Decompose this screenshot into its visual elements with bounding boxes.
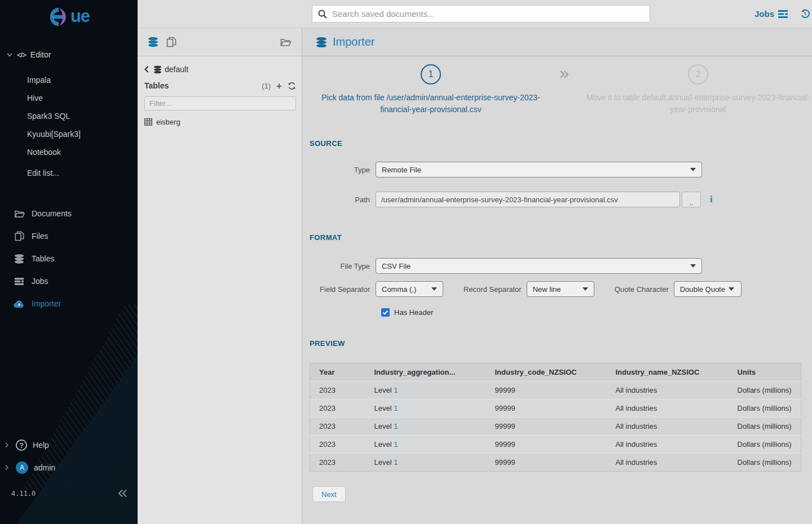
table-cell: Dollars (millions) (729, 436, 801, 454)
step-1-text: Pick data from file /user/admin/annual-e… (312, 92, 549, 116)
sidebar-item-files[interactable]: Files (0, 225, 138, 247)
table-row: 2023 Level 1 99999 All industries Dollar… (310, 399, 801, 418)
table-cell: 2023 (310, 381, 365, 399)
importer-page: Importer 1 Pick data from file /user/adm… (302, 28, 812, 524)
search-input[interactable] (332, 9, 644, 19)
database-name[interactable]: default (165, 65, 188, 74)
caret-down-icon (431, 287, 437, 291)
table-cell: 99999 (486, 399, 607, 418)
table-item-eisberg[interactable]: eisberg (144, 116, 296, 127)
step-1[interactable]: 1 Pick data from file /user/admin/annual… (310, 64, 552, 116)
table-cell: Dollars (millions) (729, 399, 801, 418)
wizard-steps: 1 Pick data from file /user/admin/annual… (310, 56, 812, 116)
sidebar-item-help[interactable]: ? Help (0, 434, 138, 456)
version-label: 4.11.0 (11, 490, 36, 498)
table-row: 2023 Level 1 99999 All industries Dollar… (310, 454, 801, 472)
source-section-heading: SOURCE (310, 139, 812, 148)
sidebar-item-hive[interactable]: Hive (0, 89, 138, 107)
sidebar-item-impala[interactable]: Impala (0, 71, 138, 89)
sidebar-item-importer[interactable]: Importer (0, 292, 138, 315)
preview-table: Year Industry_aggregation... Industry_co… (310, 363, 801, 472)
chevron-right-icon (3, 465, 10, 470)
table-cell: 99999 (486, 418, 607, 436)
files-copy-icon (14, 231, 25, 241)
topbar: Jobs (138, 0, 812, 28)
global-search[interactable] (312, 5, 650, 23)
hue-logo[interactable]: ue (0, 0, 138, 29)
refresh-icon[interactable] (288, 82, 296, 90)
page-title: Importer (333, 35, 374, 48)
tables-count: (1) (262, 82, 271, 90)
record-separator-select[interactable]: New line (527, 281, 594, 297)
assist-documents-tab-icon[interactable] (166, 37, 176, 47)
caret-down-icon (690, 264, 696, 268)
sidebar-item-admin[interactable]: A admin (0, 456, 138, 479)
jobs-icon (14, 277, 25, 286)
table-cell: Level 1 (365, 399, 486, 418)
chevron-double-right-icon (552, 70, 577, 79)
database-icon (14, 254, 25, 264)
field-separator-label: Field Separator (310, 285, 376, 294)
table-filter-input[interactable] (144, 96, 296, 110)
record-separator-value: New line (533, 285, 561, 294)
cloud-upload-icon (14, 300, 25, 308)
table-row: 2023 Level 1 99999 All industries Dollar… (310, 381, 801, 399)
type-label: Type (310, 166, 376, 174)
quote-character-label: Quote Character (615, 285, 669, 294)
column-header: Industry_code_NZSIOC (486, 363, 607, 381)
field-separator-select[interactable]: Comma (,) (376, 281, 443, 297)
path-browse-button[interactable]: .. (682, 192, 701, 207)
type-select[interactable]: Remote File (376, 162, 702, 177)
table-cell: 2023 (310, 418, 365, 436)
add-table-icon[interactable]: + (276, 81, 282, 91)
sidebar-item-spark3-sql[interactable]: Spark3 SQL (0, 107, 138, 125)
sidebar-item-documents[interactable]: Documents (0, 202, 138, 225)
next-button[interactable]: Next (312, 486, 346, 502)
file-type-label: File Type (310, 262, 376, 270)
breadcrumb[interactable]: default (144, 63, 296, 76)
format-section-heading: FORMAT (310, 233, 812, 242)
jobs-list-icon (778, 10, 788, 18)
chevron-left-icon[interactable] (144, 66, 149, 73)
chevron-down-icon (7, 53, 12, 57)
history-icon[interactable] (800, 9, 810, 19)
table-cell: 2023 (310, 454, 365, 472)
jobs-link[interactable]: Jobs (754, 9, 788, 19)
chevron-right-icon (3, 442, 10, 448)
database-icon (316, 37, 327, 48)
sidebar-item-edit-list[interactable]: Edit list... (0, 164, 138, 182)
file-type-select-value: CSV File (382, 262, 411, 270)
help-label: Help (33, 441, 49, 450)
file-type-select[interactable]: CSV File (376, 258, 702, 274)
assist-panel: default Tables (1) + (138, 28, 302, 524)
info-icon[interactable]: i (710, 194, 712, 205)
sidebar-item-jobs[interactable]: Jobs (0, 270, 138, 292)
table-cell: All industries (607, 381, 729, 399)
database-icon (153, 65, 162, 74)
code-icon: </> (17, 51, 26, 59)
sidebar-item-tables[interactable]: Tables (0, 247, 138, 270)
sidebar-item-label: Importer (32, 299, 61, 308)
table-cell: All industries (607, 399, 729, 418)
table-cell: All industries (607, 418, 729, 436)
assist-browse-folder-icon[interactable] (280, 37, 292, 47)
sidebar: ue </> Editor Impala Hive Spark3 SQL Kyu… (0, 0, 138, 524)
assist-tables-tab-icon[interactable] (148, 37, 158, 47)
table-cell: Level 1 (365, 418, 486, 436)
table-cell: Dollars (millions) (729, 381, 801, 399)
collapse-sidebar-icon[interactable] (117, 489, 127, 498)
table-cell: 2023 (310, 399, 365, 418)
sidebar-section-editor[interactable]: </> Editor (0, 48, 138, 61)
table-cell: 2023 (310, 436, 365, 454)
sidebar-item-notebook[interactable]: Notebook (0, 143, 138, 161)
path-input[interactable] (376, 192, 680, 207)
has-header-checkbox[interactable] (381, 308, 390, 317)
table-cell: All industries (607, 436, 729, 454)
type-select-value: Remote File (382, 166, 421, 174)
sidebar-section-label: Editor (30, 50, 51, 59)
quote-character-select[interactable]: Double Quote (674, 281, 742, 297)
has-header-label: Has Header (394, 308, 433, 317)
table-cell: All industries (607, 454, 729, 472)
sidebar-item-kyuubi-spark3[interactable]: Kyuubi[Spark3] (0, 125, 138, 143)
table-cell: 99999 (486, 454, 607, 472)
